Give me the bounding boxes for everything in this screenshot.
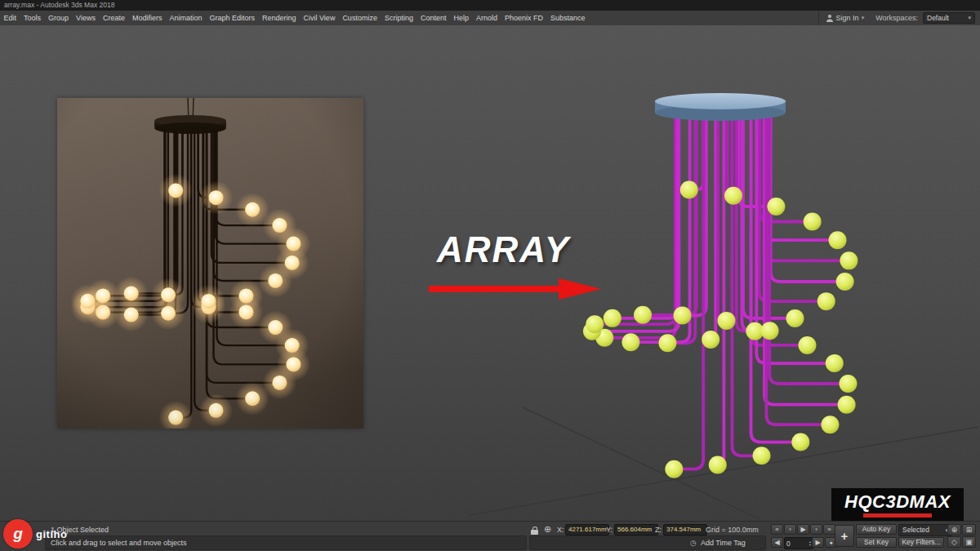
y-label: Y: xyxy=(606,526,612,534)
z-label: Z: xyxy=(655,526,662,534)
grid-size-readout: Grid = 100.0mm xyxy=(706,525,759,535)
menu-graph-editors[interactable]: Graph Editors xyxy=(206,11,259,25)
reference-photo xyxy=(57,98,363,429)
gitiho-logo-icon: g xyxy=(3,519,33,549)
menu-bar: EditToolsGroupViewsCreateModifiersAnimat… xyxy=(0,11,980,26)
menu-substance[interactable]: Substance xyxy=(547,11,590,25)
sign-in-button[interactable]: Sign In ▾ xyxy=(818,11,871,25)
chevron-down-icon: ▾ xyxy=(862,15,865,21)
status-bar: 1 Object Selected Click and drag to sele… xyxy=(0,521,980,551)
gitiho-logo-text: gitiho xyxy=(36,528,67,540)
next-frame-button[interactable]: › xyxy=(810,524,822,535)
frame-spinner[interactable]: ▴▾ xyxy=(809,540,811,546)
menu-scripting[interactable]: Scripting xyxy=(381,11,416,25)
maximize-viewport-icon-button[interactable]: ▣ xyxy=(962,536,976,548)
absolute-mode-icon[interactable]: ⊕ xyxy=(544,524,551,534)
go-to-end-button[interactable]: » xyxy=(823,524,835,535)
workspaces-select[interactable]: Default ▾ xyxy=(923,12,975,24)
menu-arnold[interactable]: Arnold xyxy=(472,11,501,25)
menu-bar-right: Sign In ▾ Workspaces: Default ▾ xyxy=(818,11,980,25)
title-bar: array.max - Autodesk 3ds Max 2018 xyxy=(0,0,980,11)
hqc3dmax-logo-red-strip xyxy=(863,513,932,518)
menu-civil-view[interactable]: Civil View xyxy=(300,11,339,25)
menu-items: EditToolsGroupViewsCreateModifiersAnimat… xyxy=(0,11,589,25)
add-time-tag[interactable]: Add Time Tag xyxy=(701,538,746,548)
workspaces-label: Workspaces: xyxy=(875,14,918,22)
menu-edit[interactable]: Edit xyxy=(0,11,20,25)
chevron-down-icon: ▾ xyxy=(968,15,971,21)
selection-set-value: Selected xyxy=(902,526,929,535)
z-coordinate-field[interactable]: 374.547mm xyxy=(663,524,707,535)
application-window: array.max - Autodesk 3ds Max 2018 EditTo… xyxy=(0,0,980,551)
viewport-nav-cluster: ⊕⊞◇▣ xyxy=(947,524,976,548)
time-tag-clock-icon: ◷ xyxy=(690,538,697,548)
prompt-line: Click and drag to select and move object… xyxy=(51,538,187,548)
selection-set-dropdown[interactable]: Selected ▾ xyxy=(898,524,952,536)
menu-create[interactable]: Create xyxy=(99,11,128,25)
menu-tools[interactable]: Tools xyxy=(20,11,45,25)
set-key-button[interactable]: Set Key xyxy=(856,537,897,548)
user-icon xyxy=(826,14,834,22)
zoom-extents-icon-button[interactable]: ⊞ xyxy=(962,524,976,535)
transform-typein-toggle[interactable]: + xyxy=(835,525,854,547)
selection-lock-icon[interactable] xyxy=(531,530,538,535)
x-label: X: xyxy=(557,526,564,534)
sign-in-label: Sign In xyxy=(836,14,859,22)
menu-modifiers[interactable]: Modifiers xyxy=(128,11,166,25)
gitiho-watermark: g gitiho xyxy=(3,519,67,549)
next-frame-small-button[interactable]: ▶ xyxy=(812,537,824,548)
menu-animation[interactable]: Animation xyxy=(166,11,206,25)
menu-help[interactable]: Help xyxy=(450,11,473,25)
array-caption: ARRAY xyxy=(437,229,570,270)
menu-content[interactable]: Content xyxy=(416,11,450,25)
menu-phoenix-fd[interactable]: Phoenix FD xyxy=(501,11,546,25)
array-3d-model xyxy=(564,90,874,486)
previous-frame-small-button[interactable]: ◀ xyxy=(771,537,783,548)
perspective-viewport[interactable]: ARRAY HQC3 xyxy=(0,25,980,522)
y-coordinate-field[interactable]: 566.604mm xyxy=(614,524,658,535)
window-title: array.max - Autodesk 3ds Max 2018 xyxy=(4,1,114,9)
go-to-start-button[interactable]: « xyxy=(771,524,783,535)
previous-frame-button[interactable]: ‹ xyxy=(784,524,796,535)
menu-customize[interactable]: Customize xyxy=(339,11,381,25)
workspaces-value: Default xyxy=(927,14,949,22)
current-frame-field[interactable]: 0 ▴▾ xyxy=(784,537,813,549)
menu-views[interactable]: Views xyxy=(73,11,100,25)
menu-rendering[interactable]: Rendering xyxy=(259,11,301,25)
auto-key-button[interactable]: Auto Key xyxy=(856,524,897,535)
hqc3dmax-logo-text: HQC3DMAX xyxy=(844,493,951,511)
pan-icon-button[interactable]: ◇ xyxy=(947,536,961,548)
current-frame-value: 0 xyxy=(786,540,791,548)
play-button[interactable]: ▶ xyxy=(797,524,809,535)
zoom-icon-button[interactable]: ⊕ xyxy=(947,524,961,535)
key-filters-button[interactable]: Key Filters... xyxy=(898,537,944,548)
menu-group[interactable]: Group xyxy=(45,11,73,25)
x-coordinate-field[interactable]: 4271.617mm xyxy=(565,524,609,535)
hqc3dmax-logo: HQC3DMAX xyxy=(831,488,964,522)
